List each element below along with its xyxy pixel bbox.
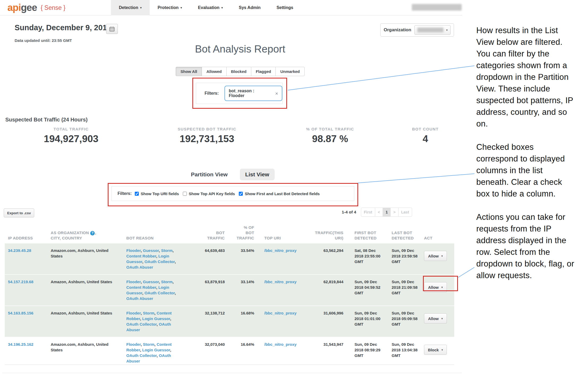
remove-filter-icon[interactable]: × bbox=[275, 91, 278, 96]
bot-reason-link[interactable]: OAuth Collector bbox=[144, 291, 175, 295]
bot-reason-link[interactable]: OAuth Abuser bbox=[126, 296, 153, 301]
page-button-first[interactable]: First bbox=[361, 208, 375, 217]
tab-list-view[interactable]: List View bbox=[240, 169, 275, 180]
tab-blocked[interactable]: Blocked bbox=[226, 67, 251, 76]
ip-cell: 34.239.45.28 bbox=[5, 243, 45, 274]
first-detected-cell: Sat, 08 Dec 2018 23:55:00 GMT bbox=[344, 243, 382, 274]
table-row: 34.196.25.162 Amazon.com, Ashburn, Unite… bbox=[5, 337, 454, 365]
action-dropdown[interactable]: Allow ▾ bbox=[424, 282, 447, 292]
bot-reason-link[interactable]: Flooder bbox=[126, 311, 141, 315]
last-header-text: LAST BOT DETECTED bbox=[392, 230, 417, 241]
bot-reason-link[interactable]: Flooder bbox=[126, 342, 141, 347]
column-filter-item[interactable]: Show Top URI fields bbox=[135, 191, 179, 196]
caret-down-icon: ▾ bbox=[140, 6, 142, 9]
bot-reason-link[interactable]: Login Guessor bbox=[142, 348, 170, 352]
first-detected-cell: Sun, 09 Dec 2018 04:59:52 GMT bbox=[344, 275, 382, 305]
top-uri-link[interactable]: /bbc_nitro_proxy bbox=[264, 311, 297, 315]
ip-link[interactable]: 34.239.45.28 bbox=[8, 248, 31, 253]
page-button-prev[interactable]: < bbox=[375, 208, 383, 217]
tab-unmarked[interactable]: Unmarked bbox=[275, 67, 304, 76]
bot-reason-link[interactable]: Storm bbox=[143, 342, 154, 347]
bot-reason-link[interactable]: Login Guessor bbox=[142, 316, 170, 321]
stat-suspected-bot-traffic: SUSPECTED BOT TRAFFIC 192,731,153 bbox=[142, 127, 272, 145]
nav-item-protection[interactable]: Protection ▾ bbox=[150, 0, 190, 15]
column-filter-checkbox[interactable] bbox=[239, 192, 243, 196]
stat-label: TOTAL TRAFFIC bbox=[0, 127, 142, 131]
pct-cell: 33.54% bbox=[226, 243, 257, 274]
annotation-paragraph: How results in the List View below are f… bbox=[476, 25, 576, 130]
status-tab-label: Unmarked bbox=[280, 69, 300, 74]
column-filter-item[interactable]: Show Top API Key fields bbox=[183, 191, 235, 196]
column-filter-checkbox[interactable] bbox=[183, 192, 187, 196]
organization-dropdown[interactable]: ▾ bbox=[414, 25, 451, 35]
active-filter-pill[interactable]: bot_reason : Flooder × bbox=[224, 86, 282, 101]
bot-reason-link[interactable]: Flooder bbox=[126, 248, 141, 253]
col-header-last-bot-detected: LAST BOT DETECTED bbox=[382, 230, 419, 241]
export-csv-button[interactable]: Export to .csv bbox=[4, 208, 34, 217]
organization-label: Organization bbox=[384, 27, 411, 33]
column-filter-checkbox[interactable] bbox=[135, 192, 139, 196]
view-toggle: Partition View List View bbox=[133, 169, 332, 180]
column-filter-item[interactable]: Show First and Last Bot Detected fields bbox=[239, 191, 320, 196]
action-dropdown[interactable]: Block ▾ bbox=[424, 345, 447, 355]
bot-reason-link[interactable]: OAuth Collector bbox=[126, 353, 157, 358]
top-uri-link[interactable]: /bbc_nitro_proxy bbox=[264, 248, 297, 253]
nav-item-settings[interactable]: Settings bbox=[269, 0, 301, 15]
last-detected-cell: Sun, 09 Dec 2018 23:59:58 GMT bbox=[382, 243, 419, 274]
annotation-paragraph: Checked boxes correspond to displayed co… bbox=[476, 141, 576, 200]
top-uri-link[interactable]: /bbc_nitro_proxy bbox=[264, 342, 297, 347]
action-dropdown[interactable]: Allow ▾ bbox=[424, 313, 447, 324]
reason-cell: Flooder, Storm, Content Robber, Login Gu… bbox=[123, 337, 184, 365]
pct-cell: 16.64% bbox=[226, 337, 257, 365]
stat-value: 98.87 % bbox=[272, 133, 388, 145]
column-filter-group: Show Top URI fields Show Top API Key fie… bbox=[135, 191, 320, 196]
report-filter-bar: Filters: bot_reason : Flooder × bbox=[196, 83, 283, 104]
ip-link[interactable]: 54.157.219.68 bbox=[8, 279, 33, 284]
stat-label: SUSPECTED BOT TRAFFIC bbox=[142, 127, 272, 131]
report-date: Sunday, December 9, 2018 bbox=[15, 23, 111, 32]
nav-item-label: Settings bbox=[276, 5, 293, 10]
bot-list-table: IP ADDRESS AS ORGANIZATION?,CITY, COUNTR… bbox=[5, 223, 454, 365]
bot-reason-link[interactable]: Flooder bbox=[126, 279, 141, 284]
action-cell: Allow ▾ bbox=[419, 275, 453, 305]
tab-show-all[interactable]: Show All bbox=[176, 67, 202, 76]
org-cell: Amazon.com, Ashburn, United States bbox=[45, 337, 123, 365]
page-button-1[interactable]: 1 bbox=[383, 208, 391, 217]
action-label: Allow bbox=[428, 254, 439, 258]
calendar-button[interactable] bbox=[106, 24, 118, 34]
user-account-redacted[interactable] bbox=[412, 4, 462, 11]
tab-allowed[interactable]: Allowed bbox=[202, 67, 227, 76]
nav-menu: Detection ▾ Protection ▾ Evaluation ▾ Sy… bbox=[111, 0, 301, 15]
tab-partition-view[interactable]: Partition View bbox=[190, 169, 228, 180]
caret-down-icon: ▾ bbox=[441, 317, 443, 320]
bot-reason-link[interactable]: Storm bbox=[143, 311, 154, 315]
bot-reason-link[interactable]: OAuth Collector bbox=[126, 322, 157, 326]
page-button-last[interactable]: Last bbox=[398, 208, 412, 217]
bot-traffic-cell: 32,138,712 bbox=[184, 306, 226, 337]
filters-label: Filters: bbox=[205, 91, 219, 96]
page-button-next[interactable]: > bbox=[390, 208, 398, 217]
caret-down-icon: ▾ bbox=[221, 6, 223, 9]
bot-reason-link[interactable]: Guessor bbox=[143, 248, 159, 253]
pct-cell: 33.14% bbox=[226, 275, 257, 305]
bot-reason-link[interactable]: Content Robber bbox=[126, 254, 156, 258]
nav-item-detection[interactable]: Detection ▾ bbox=[111, 0, 150, 15]
ip-cell: 54.163.85.156 bbox=[5, 306, 45, 337]
as-org-text: AS ORGANIZATION bbox=[51, 230, 89, 235]
logo-sense-text: { Sense } bbox=[41, 4, 65, 11]
bot-reason-link[interactable]: Storm bbox=[161, 248, 172, 253]
bot-reason-link[interactable]: OAuth Collector bbox=[144, 259, 175, 264]
top-uri-link[interactable]: /bbc_nitro_proxy bbox=[264, 279, 297, 284]
ip-link[interactable]: 34.196.25.162 bbox=[8, 342, 33, 347]
bot-reason-link[interactable]: Guessor bbox=[143, 279, 159, 284]
tab-flagged[interactable]: Flagged bbox=[251, 67, 276, 76]
bot-reason-link[interactable]: Content Robber bbox=[126, 285, 156, 290]
bot-reason-link[interactable]: Storm bbox=[161, 279, 172, 284]
org-cell: Amazon.com, Ashburn, United States bbox=[45, 243, 123, 274]
action-dropdown[interactable]: Allow ▾ bbox=[424, 251, 447, 261]
help-icon[interactable]: ? bbox=[90, 231, 95, 235]
nav-item-evaluation[interactable]: Evaluation ▾ bbox=[190, 0, 231, 15]
nav-item-sys-admin[interactable]: Sys Admin bbox=[231, 0, 269, 15]
ip-link[interactable]: 54.163.85.156 bbox=[8, 311, 33, 315]
bot-reason-link[interactable]: OAuth Abuser bbox=[126, 265, 153, 269]
